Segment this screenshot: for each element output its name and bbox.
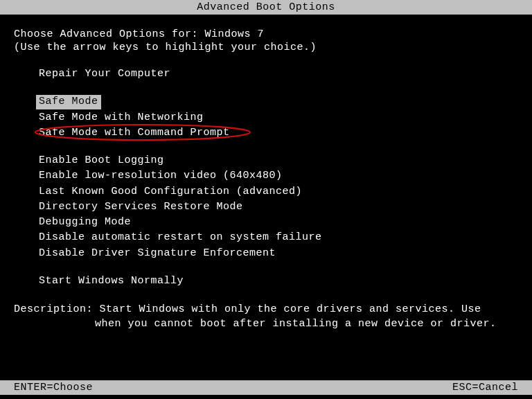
footer-bar: ENTER=Choose ESC=Cancel [0,380,532,395]
menu-safe-mode-cmd[interactable]: Safe Mode with Command Prompt [39,126,230,140]
menu-low-res[interactable]: Enable low-resolution video (640x480) [39,169,283,183]
menu-repair[interactable]: Repair Your Computer [39,67,170,81]
description-line1: Start Windows with only the core drivers… [100,303,481,315]
description-line2: when you cannot boot after installing a … [95,317,518,331]
title-text: Advanced Boot Options [197,1,335,13]
menu-ds-restore[interactable]: Directory Services Restore Mode [39,200,243,214]
content-area: Choose Advanced Options for: Windows 7 (… [0,15,532,331]
menu-last-known[interactable]: Last Known Good Configuration (advanced) [39,185,302,199]
menu-debugging[interactable]: Debugging Mode [39,215,131,229]
instruction-line: (Use the arrow keys to highlight your ch… [14,42,518,53]
description-block: Description: Start Windows with only the… [14,302,518,331]
header-line: Choose Advanced Options for: Windows 7 [14,28,518,40]
title-bar: Advanced Boot Options [0,0,532,15]
menu-block-safe: Safe Mode Safe Mode with Networking Safe… [14,95,518,141]
footer-esc: ESC=Cancel [452,382,518,393]
menu-block-options: Enable Boot Logging Enable low-resolutio… [14,154,518,262]
footer-enter: ENTER=Choose [14,382,93,393]
menu-block-normal: Start Windows Normally [14,274,518,290]
description-label: Description: [14,303,100,315]
menu-safe-mode[interactable]: Safe Mode [36,95,101,109]
menu-safe-mode-networking[interactable]: Safe Mode with Networking [39,111,204,125]
menu-start-normal[interactable]: Start Windows Normally [39,274,184,288]
menu-block-repair: Repair Your Computer [14,67,518,82]
menu-disable-restart[interactable]: Disable automatic restart on system fail… [39,231,322,245]
menu-disable-sig[interactable]: Disable Driver Signature Enforcement [39,247,276,260]
menu-boot-logging[interactable]: Enable Boot Logging [39,154,164,168]
